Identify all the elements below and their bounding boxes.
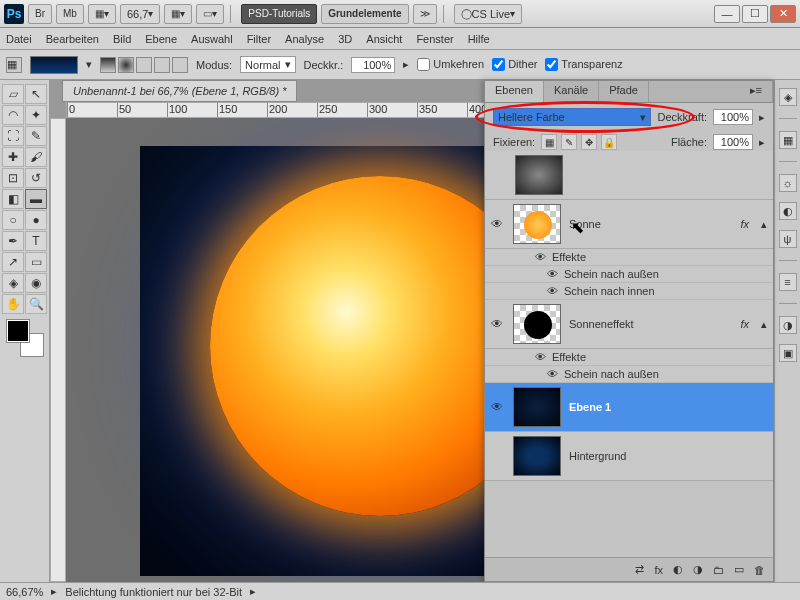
layer-hintergrund[interactable]: Hintergrund [485,432,773,481]
deckkr-input[interactable] [351,57,395,73]
group-icon[interactable]: 🗀 [713,564,724,576]
grad-angle[interactable] [136,57,152,73]
fx-icon[interactable]: fx [740,218,749,230]
visibility-icon[interactable] [491,449,505,463]
deckkr-arrow-icon[interactable]: ▸ [403,58,409,71]
menu-bild[interactable]: Bild [113,33,131,45]
menu-datei[interactable]: Datei [6,33,32,45]
move-tool[interactable]: ▱ [2,84,24,104]
blend-mode-dropdown[interactable]: Hellere Farbe▾ [493,108,651,126]
effect-outerglow[interactable]: 👁Schein nach außen [485,266,773,283]
status-zoom[interactable]: 66,67% [6,586,43,598]
dock-char-icon[interactable]: ψ [779,230,797,248]
select-tool[interactable]: ↖ [25,84,47,104]
wand-tool[interactable]: ✦ [25,105,47,125]
window-maximize[interactable]: ☐ [742,5,768,23]
fx-expand-icon[interactable]: ▴ [761,318,767,331]
link-layers-icon[interactable]: ⇄ [635,563,644,576]
tab-ebenen[interactable]: Ebenen [485,81,544,102]
arrange-button[interactable]: ▦▾ [88,4,116,24]
brush-tool[interactable]: 🖌 [25,147,47,167]
dock-swatch-icon[interactable]: ▣ [779,344,797,362]
path-tool[interactable]: ↗ [2,252,24,272]
3d-tool[interactable]: ◈ [2,273,24,293]
stamp-tool[interactable]: ⊡ [2,168,24,188]
eyedropper-tool[interactable]: ✎ [25,126,47,146]
menu-bearbeiten[interactable]: Bearbeiten [46,33,99,45]
eraser-tool[interactable]: ◧ [2,189,24,209]
modus-dropdown[interactable]: Normal▾ [240,56,295,73]
grad-diamond[interactable] [172,57,188,73]
new-layer-icon[interactable]: ▭ [734,563,744,576]
menu-auswahl[interactable]: Auswahl [191,33,233,45]
umkehren-check[interactable]: Umkehren [417,58,484,72]
layer-sonne[interactable]: 👁 Sonne fx▴ [485,200,773,249]
transparenz-check[interactable]: Transparenz [545,58,622,72]
dock-layers-icon[interactable]: ◈ [779,88,797,106]
type-tool[interactable]: T [25,231,47,251]
tab-kanaele[interactable]: Kanäle [544,81,599,102]
lock-paint-icon[interactable]: ✎ [561,134,577,150]
effect-innerglow[interactable]: 👁Schein nach innen [485,283,773,300]
visibility-icon[interactable]: 👁 [491,400,505,414]
zoom-tool[interactable]: 🔍 [25,294,47,314]
hand-tool[interactable]: ✋ [2,294,24,314]
flaeche-arrow-icon[interactable]: ▸ [759,136,765,149]
dock-mask-icon[interactable]: ◐ [779,202,797,220]
dither-check[interactable]: Dither [492,58,537,72]
status-arrow2-icon[interactable]: ▸ [250,585,256,598]
visibility-icon[interactable]: 👁 [491,317,505,331]
workspace-psdtut[interactable]: PSD-Tutorials [241,4,317,24]
gradient-arrow-icon[interactable]: ▾ [86,58,92,71]
menu-hilfe[interactable]: Hilfe [468,33,490,45]
lock-trans-icon[interactable]: ▦ [541,134,557,150]
history-tool[interactable]: ↺ [25,168,47,188]
delete-icon[interactable]: 🗑 [754,564,765,576]
dock-nav-icon[interactable]: ▦ [779,131,797,149]
window-minimize[interactable]: — [714,5,740,23]
panel-menu-icon[interactable]: ▸≡ [740,81,773,102]
dock-adjust-icon[interactable]: ☼ [779,174,797,192]
shape-tool[interactable]: ▭ [25,252,47,272]
lasso-tool[interactable]: ◠ [2,105,24,125]
window-close[interactable]: ✕ [770,5,796,23]
mask-icon[interactable]: ◐ [673,563,683,576]
crop-tool[interactable]: ⛶ [2,126,24,146]
layer-clouds[interactable] [485,151,773,200]
menu-fenster[interactable]: Fenster [416,33,453,45]
tool-preset[interactable]: ▦ [6,57,22,73]
pen-tool[interactable]: ✒ [2,231,24,251]
deckkraft-arrow-icon[interactable]: ▸ [759,111,765,124]
layer-fx-icon[interactable]: fx [654,564,663,576]
tab-pfade[interactable]: Pfade [599,81,649,102]
zoom-level[interactable]: 66,7 ▾ [120,4,160,24]
extras-button[interactable]: ▦▾ [164,4,192,24]
menu-3d[interactable]: 3D [338,33,352,45]
adjustment-icon[interactable]: ◑ [693,563,703,576]
lock-all-icon[interactable]: 🔒 [601,134,617,150]
deckkraft-input[interactable] [713,109,753,125]
menu-ebene[interactable]: Ebene [145,33,177,45]
fx-expand-icon[interactable]: ▴ [761,218,767,231]
lock-move-icon[interactable]: ✥ [581,134,597,150]
heal-tool[interactable]: ✚ [2,147,24,167]
effect-effekte2[interactable]: 👁Effekte [485,349,773,366]
workspace-more[interactable]: ≫ [413,4,437,24]
grad-reflected[interactable] [154,57,170,73]
blur-tool[interactable]: ○ [2,210,24,230]
cslive-button[interactable]: ◯ CS Live ▾ [454,4,523,24]
fx-icon[interactable]: fx [740,318,749,330]
fg-color[interactable] [7,320,29,342]
dock-color-icon[interactable]: ◑ [779,316,797,334]
dock-para-icon[interactable]: ≡ [779,273,797,291]
grad-radial[interactable] [118,57,134,73]
workspace-grund[interactable]: Grundelemente [321,4,408,24]
menu-ansicht[interactable]: Ansicht [366,33,402,45]
dodge-tool[interactable]: ● [25,210,47,230]
layer-sonneneffekt[interactable]: 👁 Sonneneffekt fx▴ [485,300,773,349]
camera-tool[interactable]: ◉ [25,273,47,293]
effect-outerglow2[interactable]: 👁Schein nach außen [485,366,773,383]
screen-mode[interactable]: ▭▾ [196,4,224,24]
bridge-button[interactable]: Br [28,4,52,24]
grad-linear[interactable] [100,57,116,73]
